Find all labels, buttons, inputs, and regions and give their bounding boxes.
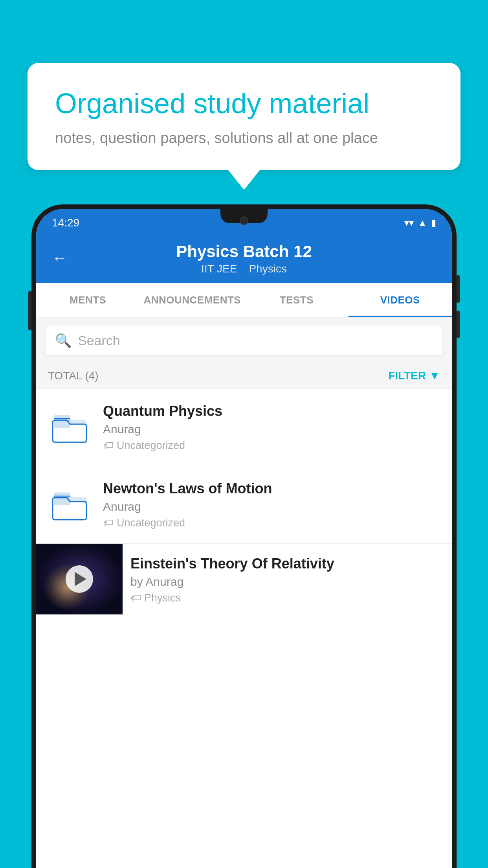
svg-rect-3 <box>54 493 70 505</box>
status-time: 14:29 <box>52 217 79 229</box>
tag-label-1: Uncategorized <box>117 440 185 452</box>
video-tag-1: 🏷 Uncategorized <box>103 439 440 452</box>
search-input[interactable]: Search <box>78 333 120 348</box>
einstein-author: by Anurag <box>130 575 444 588</box>
tab-announcements[interactable]: ANNOUNCEMENTS <box>139 283 245 317</box>
phone-screen: 14:29 ▾▾ ▲ ▮ ← Physics Batch 12 IIT JEE … <box>36 209 452 868</box>
filter-button[interactable]: FILTER ▼ <box>388 370 440 382</box>
status-icons: ▾▾ ▲ ▮ <box>404 217 436 228</box>
tab-videos[interactable]: VIDEOS <box>349 283 452 317</box>
signal-icon: ▲ <box>418 217 427 228</box>
einstein-tag: 🏷 Physics <box>130 592 444 604</box>
app-bar-subtitle: IIT JEE Physics <box>201 263 287 275</box>
video-tag-2: 🏷 Uncategorized <box>103 517 440 529</box>
power-button[interactable] <box>28 291 31 330</box>
total-count: TOTAL (4) <box>48 370 99 382</box>
video-info-1: Quantum Physics Anurag 🏷 Uncategorized <box>103 403 440 452</box>
app-bar: ← Physics Batch 12 IIT JEE Physics <box>36 233 452 283</box>
phone-body: 14:29 ▾▾ ▲ ▮ ← Physics Batch 12 IIT JEE … <box>31 204 457 868</box>
subtitle-iitjee: IIT JEE <box>201 263 237 275</box>
tabs-bar: MENTS ANNOUNCEMENTS TESTS VIDEOS <box>36 283 452 318</box>
video-author-2: Anurag <box>103 500 440 513</box>
einstein-thumbnail <box>36 544 123 614</box>
video-info-2: Newton's Laws of Motion Anurag 🏷 Uncateg… <box>103 480 440 529</box>
tab-tests[interactable]: TESTS <box>245 283 348 317</box>
tag-icon-2: 🏷 <box>103 517 114 529</box>
speech-bubble-title: Organised study material <box>55 86 433 120</box>
search-container: 🔍 Search <box>36 318 452 363</box>
list-item[interactable]: Einstein's Theory Of Relativity by Anura… <box>36 544 452 616</box>
speech-bubble-section: Organised study material notes, question… <box>28 63 460 190</box>
einstein-tag-label: Physics <box>144 592 181 604</box>
play-button[interactable] <box>66 565 93 593</box>
einstein-title: Einstein's Theory Of Relativity <box>130 555 444 572</box>
list-item[interactable]: Quantum Physics Anurag 🏷 Uncategorized <box>36 389 452 466</box>
einstein-info: Einstein's Theory Of Relativity by Anura… <box>123 544 452 616</box>
speech-bubble-arrow <box>228 170 260 190</box>
tab-ments[interactable]: MENTS <box>36 283 139 317</box>
einstein-tag-icon: 🏷 <box>130 592 141 604</box>
video-author-1: Anurag <box>103 423 440 436</box>
folder-icon <box>52 487 87 522</box>
video-title-1: Quantum Physics <box>103 403 440 419</box>
filter-icon: ▼ <box>429 370 440 382</box>
video-title-2: Newton's Laws of Motion <box>103 480 440 497</box>
phone-notch <box>220 209 268 223</box>
back-button[interactable]: ← <box>52 249 68 267</box>
speech-bubble-card: Organised study material notes, question… <box>28 63 460 170</box>
phone-wrapper: 14:29 ▾▾ ▲ ▮ ← Physics Batch 12 IIT JEE … <box>31 204 457 868</box>
folder-icon <box>52 410 87 445</box>
video-thumbnail-2 <box>48 483 91 526</box>
volume-up-button[interactable] <box>457 275 460 303</box>
speech-bubble-subtitle: notes, question papers, solutions all at… <box>55 130 433 147</box>
wifi-icon: ▾▾ <box>404 217 414 228</box>
front-camera <box>240 216 248 225</box>
list-item[interactable]: Newton's Laws of Motion Anurag 🏷 Uncateg… <box>36 466 452 544</box>
filter-label: FILTER <box>388 370 426 382</box>
play-triangle-icon <box>75 572 86 586</box>
tag-label-2: Uncategorized <box>117 517 185 529</box>
tag-icon-1: 🏷 <box>103 439 114 452</box>
search-icon: 🔍 <box>55 333 72 348</box>
volume-down-button[interactable] <box>457 311 460 338</box>
filter-bar: TOTAL (4) FILTER ▼ <box>36 363 452 389</box>
video-thumbnail-1 <box>48 406 91 449</box>
app-bar-title: Physics Batch 12 <box>176 242 312 261</box>
svg-rect-1 <box>54 416 70 427</box>
search-bar[interactable]: 🔍 Search <box>46 326 442 355</box>
video-list: Quantum Physics Anurag 🏷 Uncategorized <box>36 389 452 616</box>
subtitle-physics: Physics <box>249 263 286 275</box>
battery-icon: ▮ <box>431 217 436 228</box>
